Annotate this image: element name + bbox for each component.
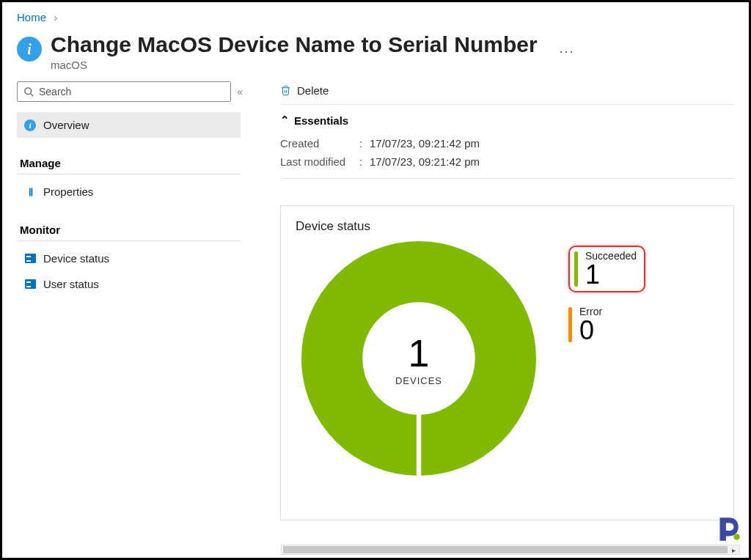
legend-error-value: 0 (579, 317, 602, 344)
page-title: Change MacOS Device Name to Serial Numbe… (51, 32, 538, 57)
toolbar: Delete (280, 81, 734, 105)
svg-point-0 (25, 87, 32, 94)
chevron-up-icon: ⌃ (280, 114, 290, 127)
legend-succeeded[interactable]: Succeeded 1 (568, 246, 645, 292)
chevron-right-icon: › (54, 11, 57, 23)
created-label: Created (280, 137, 359, 150)
sidebar-item-device-status[interactable]: Device status (17, 246, 241, 271)
sidebar-item-user-status[interactable]: User status (17, 271, 241, 297)
sliders-icon: ⦀ (24, 186, 36, 198)
breadcrumb-home-link[interactable]: Home (17, 11, 46, 23)
donut-label: DEVICES (395, 375, 442, 386)
page-subtitle: macOS (51, 59, 538, 71)
essentials-created-row: Created : 17/07/23, 09:21:42 pm (280, 134, 734, 152)
legend-color-orange (568, 307, 572, 342)
sidebar-item-overview[interactable]: i Overview (17, 112, 241, 138)
donut-value: 1 (395, 331, 442, 375)
search-icon (23, 86, 34, 97)
delete-button[interactable]: Delete (297, 84, 329, 97)
scroll-right-arrow[interactable]: ▸ (729, 545, 738, 554)
svg-line-1 (30, 93, 33, 96)
horizontal-scrollbar[interactable]: ▸ (281, 545, 740, 555)
server-icon (25, 254, 36, 263)
page-header: i Change MacOS Device Name to Serial Num… (2, 26, 749, 81)
device-status-card: Device status 1 DEVICES (280, 205, 734, 520)
main-content: Delete ⌃ Essentials Created : 17/07/23, … (241, 81, 734, 520)
sidebar-item-label: Properties (43, 185, 93, 198)
info-icon: i (17, 37, 42, 62)
legend-color-green (574, 251, 578, 287)
sidebar: Search « i Overview Manage ⦀ Properties … (17, 81, 241, 520)
card-title: Device status (296, 219, 719, 234)
search-input[interactable]: Search (17, 81, 231, 102)
sidebar-item-properties[interactable]: ⦀ Properties (17, 179, 241, 205)
sidebar-item-label: Overview (43, 119, 89, 131)
sidebar-item-label: User status (43, 278, 99, 290)
search-placeholder: Search (39, 86, 71, 97)
more-actions-button[interactable]: ··· (560, 44, 575, 59)
created-value: 17/07/23, 09:21:42 pm (370, 137, 480, 150)
scrollbar-thumb[interactable] (283, 546, 728, 553)
modified-value: 17/07/23, 09:21:42 pm (370, 155, 480, 168)
legend-succeeded-value: 1 (585, 262, 637, 288)
trash-icon (280, 85, 291, 97)
info-icon: i (24, 119, 36, 131)
essentials-toggle[interactable]: ⌃ Essentials (280, 105, 734, 134)
sidebar-section-monitor: Monitor (17, 210, 241, 241)
essentials-modified-row: Last modified : 17/07/23, 09:21:42 pm (280, 152, 734, 171)
sidebar-section-manage: Manage (17, 144, 241, 174)
svg-point-4 (733, 534, 739, 539)
server-icon (25, 279, 36, 289)
legend-error[interactable]: Error 0 (568, 303, 645, 347)
chart-legend: Succeeded 1 Error 0 (568, 246, 645, 357)
brand-logo (712, 514, 743, 545)
donut-chart: 1 DEVICES (301, 241, 536, 476)
breadcrumb: Home › (2, 2, 749, 26)
modified-label: Last modified (280, 155, 359, 168)
sidebar-item-label: Device status (43, 252, 109, 265)
essentials-heading: Essentials (294, 114, 348, 127)
